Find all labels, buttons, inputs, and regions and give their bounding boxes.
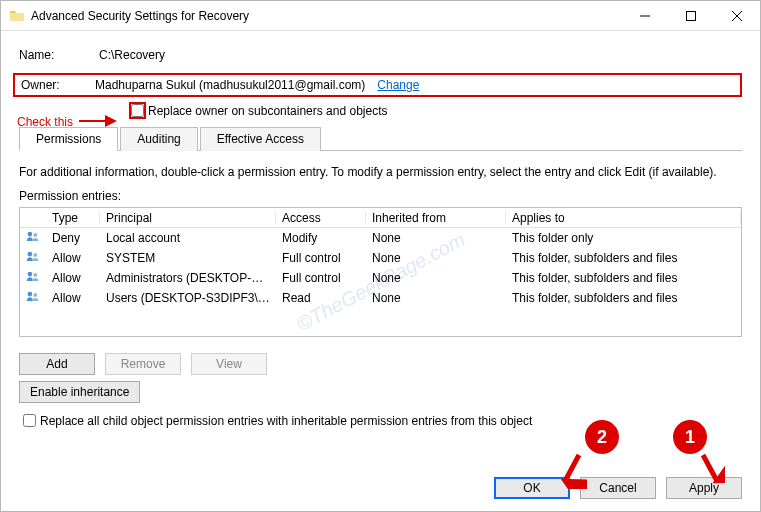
col-inherited[interactable]: Inherited from (366, 211, 506, 225)
enable-inheritance-button[interactable]: Enable inheritance (19, 381, 140, 403)
tab-auditing[interactable]: Auditing (120, 127, 197, 151)
cell-type: Deny (46, 231, 100, 245)
window-title: Advanced Security Settings for Recovery (31, 9, 622, 23)
annotation-arrow-ok-icon (557, 453, 587, 489)
table-body: DenyLocal accountModifyNoneThis folder o… (20, 228, 741, 336)
cell-inherited: None (366, 231, 506, 245)
titlebar: Advanced Security Settings for Recovery (1, 1, 760, 31)
table-row[interactable]: AllowAdministrators (DESKTOP-S3D...Full … (20, 268, 741, 288)
users-icon (20, 251, 46, 265)
cell-access: Modify (276, 231, 366, 245)
add-button[interactable]: Add (19, 353, 95, 375)
cell-principal: Administrators (DESKTOP-S3D... (100, 271, 276, 285)
col-access[interactable]: Access (276, 211, 366, 225)
annotation-badge-2: 2 (585, 420, 619, 454)
cell-inherited: None (366, 291, 506, 305)
cell-type: Allow (46, 291, 100, 305)
cell-type: Allow (46, 271, 100, 285)
users-icon (20, 271, 46, 285)
tab-effective-access[interactable]: Effective Access (200, 127, 321, 151)
cell-access: Read (276, 291, 366, 305)
close-button[interactable] (714, 1, 760, 31)
cell-applies: This folder, subfolders and files (506, 251, 741, 265)
owner-row: Owner: Madhuparna Sukul (madhusukul2011@… (19, 73, 742, 97)
replace-owner-row: Replace owner on subcontainers and objec… (127, 101, 742, 120)
permission-entries-label: Permission entries: (19, 189, 742, 203)
folder-icon (9, 8, 25, 24)
tabs: Permissions Auditing Effective Access (19, 126, 742, 151)
minimize-button[interactable] (622, 1, 668, 31)
svg-rect-0 (687, 11, 696, 20)
name-value: C:\Recovery (99, 48, 165, 62)
annotation-check-this: Check this (17, 115, 73, 129)
cell-principal: SYSTEM (100, 251, 276, 265)
cell-applies: This folder, subfolders and files (506, 271, 741, 285)
name-row: Name: C:\Recovery (19, 45, 742, 65)
permissions-table: Type Principal Access Inherited from App… (19, 207, 742, 337)
table-row[interactable]: AllowSYSTEMFull controlNoneThis folder, … (20, 248, 741, 268)
svg-point-5 (28, 272, 33, 277)
owner-value: Madhuparna Sukul (madhusukul2011@gmail.c… (95, 78, 365, 92)
svg-point-4 (33, 253, 37, 257)
view-button: View (191, 353, 267, 375)
owner-label: Owner: (21, 78, 95, 92)
owner-highlight-box: Owner: Madhuparna Sukul (madhusukul2011@… (13, 73, 742, 97)
svg-line-10 (703, 455, 717, 481)
maximize-button[interactable] (668, 1, 714, 31)
info-text: For additional information, double-click… (19, 165, 742, 179)
content-area: Name: C:\Recovery Owner: Madhuparna Suku… (1, 31, 760, 440)
svg-point-1 (28, 232, 33, 237)
cancel-button[interactable]: Cancel (580, 477, 656, 499)
svg-point-7 (28, 292, 33, 297)
cell-access: Full control (276, 251, 366, 265)
annotation-arrow-apply-icon (695, 453, 725, 489)
col-applies[interactable]: Applies to (506, 211, 741, 225)
cell-inherited: None (366, 271, 506, 285)
remove-button: Remove (105, 353, 181, 375)
svg-point-8 (33, 293, 37, 297)
window-buttons (622, 1, 760, 31)
table-header: Type Principal Access Inherited from App… (20, 208, 741, 228)
entry-actions: Add Remove View (19, 353, 742, 375)
users-icon (20, 231, 46, 245)
svg-point-3 (28, 252, 33, 257)
svg-point-2 (33, 233, 37, 237)
window: Advanced Security Settings for Recovery … (0, 0, 761, 512)
replace-owner-label: Replace owner on subcontainers and objec… (148, 104, 387, 118)
cell-principal: Local account (100, 231, 276, 245)
cell-principal: Users (DESKTOP-S3DIPF3\Users) (100, 291, 276, 305)
cell-access: Full control (276, 271, 366, 285)
inheritance-row: Enable inheritance (19, 381, 742, 403)
svg-line-11 (565, 455, 579, 481)
cell-type: Allow (46, 251, 100, 265)
replace-all-checkbox[interactable] (23, 414, 36, 427)
table-row[interactable]: DenyLocal accountModifyNoneThis folder o… (20, 228, 741, 248)
users-icon (20, 291, 46, 305)
cell-applies: This folder only (506, 231, 741, 245)
replace-all-row: Replace all child object permission entr… (19, 411, 742, 430)
cell-applies: This folder, subfolders and files (506, 291, 741, 305)
svg-point-6 (33, 273, 37, 277)
annotation-arrow-icon (77, 109, 125, 133)
col-type[interactable]: Type (46, 211, 100, 225)
replace-owner-checkbox[interactable] (131, 104, 144, 117)
table-row[interactable]: AllowUsers (DESKTOP-S3DIPF3\Users)ReadNo… (20, 288, 741, 308)
name-label: Name: (19, 48, 99, 62)
col-principal[interactable]: Principal (100, 211, 276, 225)
cell-inherited: None (366, 251, 506, 265)
change-owner-link[interactable]: Change (377, 78, 419, 92)
replace-all-label: Replace all child object permission entr… (40, 414, 532, 428)
annotation-badge-1: 1 (673, 420, 707, 454)
